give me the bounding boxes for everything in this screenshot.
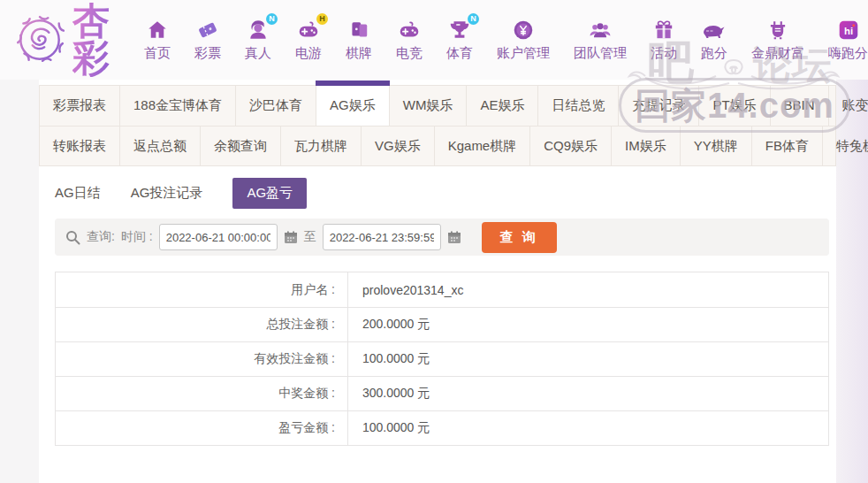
- time-label: 时间 :: [121, 229, 153, 245]
- tab-ae-entertainment[interactable]: AE娱乐: [467, 86, 538, 126]
- subtab-ag-bet-records[interactable]: AG投注记录: [131, 178, 203, 209]
- tab-shaba-sports[interactable]: 沙巴体育: [236, 86, 316, 126]
- row-value: 100.0000 元: [348, 420, 828, 436]
- subtab-ag-profit-loss[interactable]: AG盈亏: [232, 178, 307, 209]
- main-nav: 首页 彩票 N 真人 H 电游 棋牌: [144, 18, 868, 62]
- row-label: 总投注金额 :: [56, 308, 348, 341]
- time-to-input[interactable]: [323, 224, 441, 250]
- tab-row-1: 彩票报表 188金宝博体育 沙巴体育 AG娱乐 WM娱乐 AE娱乐 日结总览 充…: [40, 86, 835, 126]
- home-icon: [145, 18, 170, 42]
- nav-label: 跑分: [701, 45, 727, 62]
- cards-icon: [346, 18, 371, 42]
- nav-item-lottery[interactable]: 彩票: [194, 18, 221, 62]
- tab-vg-entertainment[interactable]: VG娱乐: [362, 126, 435, 165]
- row-value: 300.0000 元: [348, 386, 828, 402]
- profit-loss-table: 用户名 : prolove201314_xc 总投注金额 : 200.0000 …: [55, 272, 829, 446]
- egame-gamepad-icon: H: [296, 18, 321, 42]
- account-coin-icon: [511, 18, 536, 42]
- tab-kgame-boardcards[interactable]: Kgame棋牌: [435, 126, 531, 165]
- nav-item-boardcards[interactable]: 棋牌: [346, 18, 372, 62]
- nav-item-hipaofen[interactable]: hi 嗨跑分: [828, 18, 868, 62]
- nav-item-account[interactable]: 账户管理: [497, 18, 550, 62]
- tab-fb-sports[interactable]: FB体育: [752, 126, 823, 165]
- nav-item-egame[interactable]: H 电游: [295, 18, 322, 62]
- nav-label: 棋牌: [346, 45, 372, 62]
- to-label: 至: [304, 229, 316, 245]
- tab-pt-entertainment[interactable]: PT娱乐: [699, 86, 770, 126]
- brand-emblem-icon: [12, 12, 67, 67]
- nav-label: 体育: [446, 45, 473, 62]
- row-value: 100.0000 元: [348, 351, 828, 367]
- tab-transfer-report[interactable]: 转账报表: [40, 126, 120, 165]
- nav-label: 彩票: [194, 45, 221, 62]
- sports-trophy-icon: N: [447, 18, 472, 42]
- table-row-valid-bet: 有效投注金额 : 100.0000 元: [56, 341, 828, 376]
- tab-tetu-boardcards[interactable]: 特兔棋牌: [823, 126, 868, 165]
- tab-rebate-total[interactable]: 返点总额: [120, 126, 201, 165]
- svg-text:hi: hi: [843, 26, 852, 36]
- tab-ag-entertainment[interactable]: AG娱乐: [316, 86, 390, 126]
- calendar-icon[interactable]: [447, 230, 461, 244]
- query-label: 查询:: [87, 229, 115, 245]
- tab-balance-query[interactable]: 余额查询: [201, 126, 281, 165]
- tab-yy-boardcards[interactable]: YY棋牌: [681, 126, 752, 165]
- tab-wm-entertainment[interactable]: WM娱乐: [390, 86, 468, 126]
- tab-188-sports[interactable]: 188金宝博体育: [120, 86, 236, 126]
- table-row-total-bet: 总投注金额 : 200.0000 元: [56, 307, 828, 341]
- nav-item-sports[interactable]: N 体育: [446, 18, 473, 62]
- calendar-icon[interactable]: [284, 230, 298, 244]
- query-bar: 查询: 时间 : 至 查 询: [55, 218, 829, 256]
- row-value: 200.0000 元: [348, 317, 828, 333]
- row-label: 中奖金额 :: [56, 377, 348, 410]
- nav-label: 首页: [144, 45, 171, 62]
- tab-deposit-records[interactable]: 充提记录: [619, 86, 699, 126]
- tab-wali-boardcards[interactable]: 瓦力棋牌: [281, 126, 362, 165]
- tab-daily-overview[interactable]: 日结总览: [538, 86, 619, 126]
- row-label: 有效投注金额 :: [56, 342, 348, 376]
- gift-icon: [651, 18, 676, 42]
- nav-item-home[interactable]: 首页: [144, 18, 171, 62]
- team-icon: [588, 18, 613, 42]
- row-value: prolove201314_xc: [348, 283, 828, 297]
- row-label: 盈亏金额 :: [56, 411, 348, 445]
- nav-item-esports[interactable]: 电竞: [396, 18, 423, 62]
- tab-bbin[interactable]: BBIN: [771, 86, 829, 126]
- ag-subtabs: AG日结 AG投注记录 AG盈亏: [55, 178, 307, 209]
- search-icon: [65, 230, 80, 245]
- brand-name: 杏彩: [72, 3, 128, 77]
- nav-label: 金鼎财富: [751, 45, 804, 62]
- nav-item-activity[interactable]: 活动: [651, 18, 677, 62]
- table-row-winning: 中奖金额 : 300.0000 元: [56, 376, 828, 410]
- nav-label: 账户管理: [497, 45, 550, 62]
- subtab-ag-daily[interactable]: AG日结: [55, 178, 101, 209]
- lottery-ticket-icon: [195, 18, 220, 42]
- top-header: 杏彩 首页 彩票 N 真人 H 电游: [0, 0, 868, 80]
- nav-item-team[interactable]: 团队管理: [574, 18, 627, 62]
- table-row-username: 用户名 : prolove201314_xc: [56, 272, 828, 307]
- n-badge: N: [468, 13, 479, 25]
- hi-icon: hi: [836, 18, 861, 42]
- n-badge: N: [266, 13, 278, 25]
- tab-im-entertainment[interactable]: IM娱乐: [612, 126, 681, 165]
- nav-item-paofen[interactable]: 跑分: [701, 18, 727, 62]
- tab-account-change-report[interactable]: 账变报表: [829, 86, 868, 126]
- nav-label: 活动: [651, 45, 677, 62]
- nav-item-live[interactable]: N 真人: [245, 18, 271, 62]
- paofen-rhino-icon: [702, 18, 727, 42]
- table-row-profit-loss: 盈亏金额 : 100.0000 元: [56, 410, 828, 445]
- row-label: 用户名 :: [56, 272, 348, 307]
- nav-label: 电游: [295, 45, 322, 62]
- nav-label: 嗨跑分: [828, 45, 868, 62]
- report-tabbar: 彩票报表 188金宝博体育 沙巴体育 AG娱乐 WM娱乐 AE娱乐 日结总览 充…: [39, 85, 836, 166]
- brand-logo[interactable]: 杏彩: [12, 3, 128, 77]
- esports-gamepad-icon: [397, 18, 422, 42]
- nav-label: 真人: [245, 45, 271, 62]
- live-person-icon: N: [246, 18, 270, 42]
- nav-item-jinding[interactable]: 金鼎财富: [751, 18, 804, 62]
- tab-row-2: 转账报表 返点总额 余额查询 瓦力棋牌 VG娱乐 Kgame棋牌 CQ9娱乐 I…: [40, 126, 835, 165]
- tab-cq9-entertainment[interactable]: CQ9娱乐: [530, 126, 612, 165]
- time-from-input[interactable]: [159, 224, 278, 250]
- ding-icon: [765, 18, 790, 42]
- query-button[interactable]: 查 询: [482, 222, 557, 253]
- tab-lottery-report[interactable]: 彩票报表: [40, 86, 120, 126]
